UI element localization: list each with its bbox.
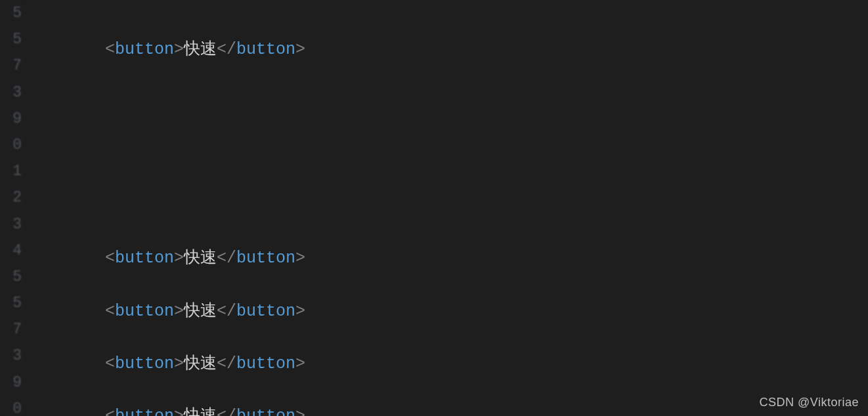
folding-gutter: [25, 0, 59, 416]
code-line[interactable]: <button>快速</button>: [66, 299, 868, 325]
code-line[interactable]: <button>快速</button>: [66, 37, 868, 203]
line-number: 2: [0, 184, 22, 211]
line-number: 3: [0, 343, 22, 369]
line-number: 0: [0, 396, 22, 416]
line-number: 5: [0, 264, 22, 290]
line-number: 3: [0, 211, 22, 238]
code-line[interactable]: <button>快速</button>: [66, 351, 868, 377]
line-number: 7: [0, 52, 22, 79]
code-area[interactable]: <button>快速</button> <button>快速</button> …: [59, 0, 868, 416]
line-number: 5: [0, 26, 22, 52]
line-number: 3: [0, 79, 22, 106]
line-number: 5: [0, 0, 22, 26]
line-number: 5: [0, 290, 22, 316]
code-editor[interactable]: 5 5 7 3 9 0 1 2 3 4 5 5 7 3 9 0 <button>…: [0, 0, 868, 416]
line-number: 4: [0, 238, 22, 264]
line-number: 0: [0, 132, 22, 158]
line-number: 7: [0, 316, 22, 343]
code-line[interactable]: <button>快速</button>: [66, 404, 868, 416]
watermark-text: CSDN @Viktoriae: [760, 396, 859, 409]
line-number: 9: [0, 106, 22, 132]
line-number-gutter: 5 5 7 3 9 0 1 2 3 4 5 5 7 3 9 0: [0, 0, 25, 416]
line-number: 9: [0, 369, 22, 396]
code-line[interactable]: <button>快速</button>: [66, 245, 868, 272]
line-number: 1: [0, 158, 22, 184]
